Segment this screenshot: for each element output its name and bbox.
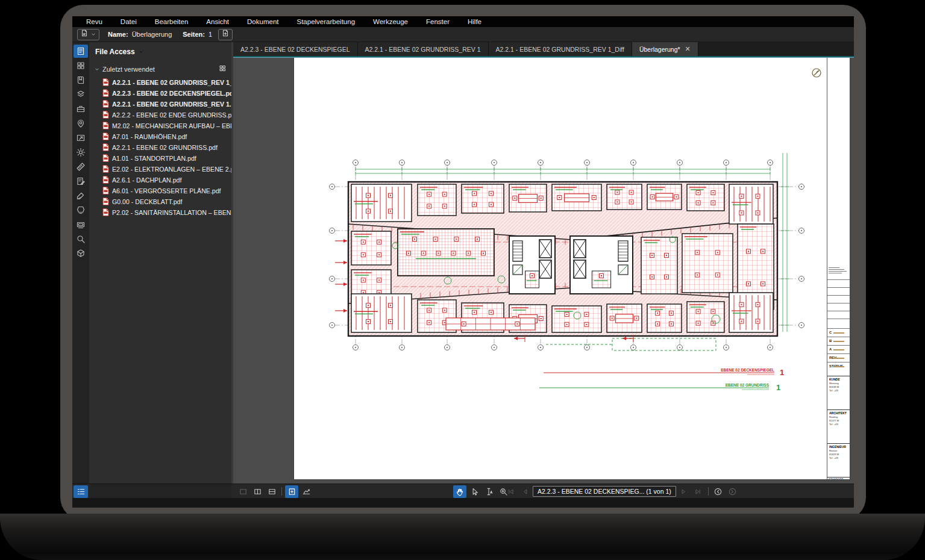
document-canvas[interactable]: EBENE 02 DECKENSPIEGEL1EBENE 02 GRUNDRIS… [233,58,854,484]
pan-icon[interactable] [453,485,466,498]
file-access-panel: File Access Zuletzt verwendet A2.2.1 - E… [89,42,231,484]
scale-icon[interactable] [299,485,313,498]
select-icon[interactable] [468,485,481,498]
pdf-file-icon [102,143,109,152]
recent-file-item[interactable]: A2.2.1 - EBENE 02 GRUNDRISS_REV 1_Diff.p… [89,77,231,88]
close-tab-icon[interactable]: ✕ [685,45,691,53]
page-navigation-group: A2.2.3 - EBENE 02 DECKENSPIEG... (1 von … [504,484,739,499]
recent-file-item[interactable]: A6.01 - VERGRÖSSERTE PLÄNE.pdf [89,185,231,196]
recent-files-label: Zuletzt verwendet [102,66,216,73]
split-vertical-icon[interactable] [251,485,264,498]
grid-view-icon[interactable] [219,64,227,75]
settings-icon[interactable] [74,146,88,159]
menu-item-datei[interactable]: Datei [111,16,146,27]
menu-item-hilfe[interactable]: Hilfe [459,16,491,27]
svg-text:EBENE 02 DECKENSPIEGEL: EBENE 02 DECKENSPIEGEL [721,368,774,372]
panel-icon-strip [72,42,89,484]
app-window: RevuDateiBearbeitenAnsichtDokumentStapel… [72,16,854,508]
pdf-file-icon [102,111,109,120]
layers-icon[interactable] [74,88,88,101]
menu-item-stapelverarbeitung[interactable]: Stapelverarbeitung [287,16,364,27]
markup-list-icon[interactable] [74,485,88,498]
recent-file-item[interactable]: A7.01 - RAUMHÖHEN.pdf [89,131,231,142]
recent-file-item[interactable]: A2.2.1 - EBENE 02 GRUNDRISS.pdf [89,142,231,153]
recent-file-item[interactable]: A2.2.3 - EBENE 02 DECKENSPIEGEL.pdf [89,88,231,99]
spaces-icon[interactable] [74,117,88,130]
screenshot-stage: RevuDateiBearbeitenAnsichtDokumentStapel… [0,0,925,560]
text-select-icon[interactable] [482,485,495,498]
thumbnails-icon[interactable] [74,59,88,72]
menu-item-dokument[interactable]: Dokument [238,16,287,27]
links-icon[interactable] [74,247,88,260]
pdf-file-icon [102,208,109,217]
svg-text:EBENE 02 GRUNDRISS: EBENE 02 GRUNDRISS [726,383,770,387]
new-page-button[interactable] [218,29,233,40]
title-block: CBAREVSTATUSKUNDEMenzing80638 MTel: +49A… [827,58,850,479]
document-tab[interactable]: A2.2.1 - EBENE 02 GRUNDRISS_REV 1 [358,42,489,56]
signature-icon[interactable] [74,189,88,202]
nav-first-icon[interactable] [504,485,517,498]
chevron-down-icon [94,64,100,75]
split-horizontal-icon[interactable] [265,485,278,498]
single-pane-icon[interactable] [236,485,249,498]
overlay-floorplan-drawing: EBENE 02 DECKENSPIEGEL1EBENE 02 GRUNDRIS… [294,58,850,479]
menu-item-fenster[interactable]: Fenster [417,16,459,27]
pdf-file-icon [102,176,109,185]
chevron-down-icon [90,29,96,40]
markup-summary-icon[interactable] [74,175,88,188]
overlay-name-value: Überlagerung [132,31,172,38]
nav-prev-icon[interactable] [518,485,531,498]
pdf-file-icon [102,122,109,131]
recent-file-item[interactable]: A2.2.1 - EBENE 02 GRUNDRISS_REV 1.pdf [89,99,231,110]
laptop-base [0,514,925,560]
pdf-file-icon [102,198,109,207]
page-indicator[interactable]: A2.2.3 - EBENE 02 DECKENSPIEG... (1 von … [533,486,676,497]
recent-file-item[interactable]: A1.01 - STANDORTPLAN.pdf [89,153,231,164]
pdf-file-icon [102,154,109,163]
file-access-icon[interactable] [74,45,88,58]
overlay-document-selector[interactable] [77,29,99,40]
tool-chest-icon[interactable] [74,102,88,116]
menu-item-revu[interactable]: Revu [77,16,111,27]
recent-file-item[interactable]: M2.02 - MECHANISCHER AUFBAU – EBENE ... [89,120,231,131]
nav-last-icon[interactable] [692,485,705,498]
screen-chin [72,498,854,508]
pdf-file-icon [102,187,109,196]
bookmarks-icon[interactable] [74,73,88,87]
scanner-icon[interactable] [74,218,88,231]
pdf-file-icon [102,78,109,87]
recent-files-section-header[interactable]: Zuletzt verwendet [89,60,231,77]
menu-item-bearbeiten[interactable]: Bearbeiten [146,16,198,27]
measurements-icon[interactable] [74,160,88,173]
overlay-name-label: Name: [108,31,128,38]
nav-next-icon[interactable] [677,485,691,498]
status-bar: A2.2.3 - EBENE 02 DECKENSPIEG... (1 von … [72,484,854,498]
stamp-icon[interactable] [74,204,88,217]
panel-title: File Access [95,48,135,56]
tool-group [453,484,510,499]
overlay-document-icon [80,29,89,40]
svg-text:1: 1 [780,368,784,377]
next-view-icon[interactable] [726,485,739,498]
overlay-pages-value: 1 [209,31,212,38]
menu-item-werkzeuge[interactable]: Werkzeuge [364,16,417,27]
chevron-down-icon[interactable] [138,46,144,57]
document-tab-bar: A2.2.3 - EBENE 02 DECKENSPIEGELA2.2.1 - … [233,42,854,56]
recent-file-item[interactable]: A2.2.2 - EBENE 02 ENDE GRUNDRISS.pdf [89,110,231,120]
search-icon[interactable] [74,232,88,246]
recent-file-item[interactable]: G0.00 - DECKBLATT.pdf [89,196,231,207]
forms-icon[interactable] [74,131,88,145]
pdf-file-icon [102,132,109,142]
document-tab[interactable]: A2.2.1 - EBENE 02 GRUNDRISS_REV 1_Diff [489,42,632,56]
document-tab[interactable]: A2.2.3 - EBENE 02 DECKENSPIEGEL [233,42,358,56]
menu-item-ansicht[interactable]: Ansicht [197,16,238,27]
recent-file-item[interactable]: P2.02 - SANITÄRINSTALLATION – EBENE 2.pd… [89,207,231,218]
recent-file-item[interactable]: E2.02 - ELEKTROANLAGEN – EBENE 2.pdf [89,164,231,175]
prev-view-icon[interactable] [712,485,725,498]
svg-text:1: 1 [776,383,780,392]
sync-views-icon[interactable] [285,485,298,498]
pdf-file-icon [102,165,109,174]
recent-file-item[interactable]: A2.6.1 - DACHPLAN.pdf [89,175,231,185]
overlay-toolbar: Name: Überlagerung Seiten: 1 [72,27,854,42]
document-tab[interactable]: Überlagerung*✕ [632,42,698,56]
